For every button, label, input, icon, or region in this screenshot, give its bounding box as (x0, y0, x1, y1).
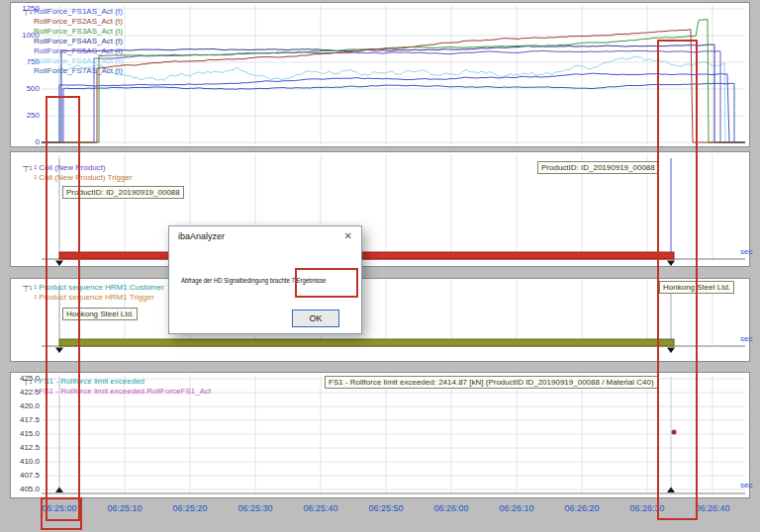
time-tick-label: 06:26:10 (499, 503, 533, 513)
legend-label: RollForce_FS6AS_Act (t) (34, 56, 123, 65)
signal-trace (42, 56, 745, 142)
signal-trace (42, 50, 745, 142)
customer-label-right[interactable]: Honkong Steel Ltd. (659, 281, 734, 294)
legend-item[interactable]: RollForce_FS4AS_Act (t) (34, 37, 123, 45)
message-dialog: ibaAnalyzer ✕ Abfrage der HD Signalbedin… (168, 225, 362, 334)
legend-item[interactable]: 1Coil (New Product) (34, 163, 105, 172)
legend-item[interactable]: 1FS1 - Rollforce limit exceeded (34, 377, 144, 386)
legend-label: Product sequence HRM1 Trigger (39, 293, 154, 302)
legend-item[interactable]: 1FS1 - Rollforce limit exceeded.RollForc… (34, 387, 211, 396)
y-tick-label: 417.5 (11, 415, 40, 425)
limit-exceeded-label[interactable]: FS1 - Rollforce limit exceeded: 2414.87 … (325, 376, 658, 389)
legend-signal-number: 1 (34, 294, 37, 300)
legend-item[interactable]: RollForce_FS6AS_Act (t) (34, 56, 123, 65)
channel-marker-icon: ┬₁ (23, 162, 32, 171)
ok-button[interactable]: OK (292, 310, 339, 327)
signal-trace (42, 73, 745, 142)
cursor-marker-icon (55, 348, 63, 354)
legend-label: RollForce_FS5AS_Act (t) (34, 46, 123, 55)
limit-exceeded-point (672, 430, 677, 435)
legend-item[interactable]: RollForce_FS7AS_Act (t) (34, 66, 123, 75)
legend-signal-number: 1 (34, 174, 37, 180)
trend-panel-rollforce[interactable]: ┬₁ 125010007505002500RollForce_FS1AS_Act… (10, 2, 750, 147)
coil-digital-bar (59, 252, 674, 259)
y-tick-label: 420.0 (11, 401, 40, 411)
time-tick-label: 06:25:00 (42, 503, 76, 513)
time-tick-label: 06:26:00 (433, 503, 468, 513)
legend-item[interactable]: RollForce_FS3AS_Act (t) (34, 27, 123, 36)
time-axis[interactable]: 06:25:0006:25:1006:25:2006:25:3006:25:40… (0, 498, 760, 532)
time-tick-label: 06:26:20 (564, 503, 599, 513)
customer-label-left[interactable]: Honkong Steel Ltd. (62, 308, 138, 320)
time-tick-label: 06:25:40 (303, 503, 337, 513)
legend-item[interactable]: RollForce_FS1AS_Act (t) (34, 7, 123, 16)
signal-trace (42, 44, 745, 142)
close-icon[interactable]: ✕ (344, 230, 352, 241)
signal-trace (42, 20, 745, 142)
dialog-message: Abfrage der HD Signalbedingung brachte 7… (181, 276, 326, 285)
legend-label: RollForce_FS1AS_Act (t) (34, 7, 123, 16)
legend-label: RollForce_FS3AS_Act (t) (34, 27, 123, 36)
cursor-marker-icon (55, 261, 63, 267)
y-tick-label: 410.0 (11, 457, 40, 467)
legend-item[interactable]: RollForce_FS5AS_Act (t) (34, 46, 123, 55)
legend-label: RollForce_FS2AS_Act (t) (34, 17, 123, 26)
cursor-marker-icon (667, 261, 675, 267)
axis-unit-label: sec (740, 334, 752, 343)
rollforce-chart-layer (42, 3, 745, 146)
y-tick-label: 415.0 (11, 429, 40, 439)
legend-signal-number: 1 (34, 164, 37, 170)
cursor-marker-icon (667, 348, 675, 354)
legend-item[interactable]: 1Coil (New Product) Trigger (34, 173, 133, 182)
time-tick-label: 06:26:30 (629, 503, 664, 513)
legend-item[interactable]: 1Product sequence HRM1 Trigger (34, 293, 154, 302)
y-tick-label: 0 (11, 137, 40, 147)
legend-label: FS1 - Rollforce limit exceeded.RollForce… (39, 387, 211, 396)
legend-label: Coil (New Product) Trigger (39, 173, 132, 182)
y-tick-label: 250 (11, 111, 40, 121)
time-tick-label: 06:25:10 (107, 503, 142, 513)
legend-label: Product sequence HRM1:Customer (39, 283, 163, 292)
legend-signal-number: 1 (34, 284, 37, 290)
dialog-titlebar[interactable]: ibaAnalyzer ✕ (169, 226, 361, 246)
legend-item[interactable]: 1Product sequence HRM1:Customer (34, 283, 164, 292)
time-tick-label: 06:26:40 (695, 503, 729, 513)
axis-unit-label: sec (740, 481, 752, 489)
y-tick-label: 412.5 (11, 443, 40, 453)
product-id-label-right[interactable]: ProductID: ID_20190919_00088 (537, 161, 659, 174)
trend-panel-limit-exceeded[interactable]: ┬₁ 425.0422.5420.0417.5415.0412.5410.040… (10, 372, 750, 498)
legend-signal-number: 1 (34, 388, 37, 394)
channel-marker-icon: ┬₁ (23, 282, 32, 291)
legend-signal-number: 1 (34, 378, 37, 384)
y-tick-label: 405.0 (11, 485, 40, 494)
time-tick-label: 06:25:30 (238, 503, 272, 513)
signal-trace (42, 83, 745, 142)
y-tick-label: 407.5 (11, 471, 40, 481)
dialog-title: ibaAnalyzer (178, 231, 225, 241)
ibaanalyzer-window: ┬₁ 125010007505002500RollForce_FS1AS_Act… (0, 0, 760, 532)
legend-label: Coil (New Product) (39, 163, 105, 172)
legend-label: RollForce_FS7AS_Act (t) (34, 66, 123, 75)
sequence-digital-bar (59, 339, 674, 346)
time-tick-label: 06:25:50 (368, 503, 403, 513)
legend-label: FS1 - Rollforce limit exceeded (39, 377, 144, 386)
legend-label: RollForce_FS4AS_Act (t) (34, 37, 123, 45)
axis-unit-label: sec (740, 247, 752, 256)
time-tick-label: 06:25:20 (172, 503, 207, 513)
legend-item[interactable]: RollForce_FS2AS_Act (t) (34, 17, 123, 26)
product-id-label-left[interactable]: ProductID: ID_20190919_00088 (62, 186, 184, 199)
y-tick-label: 500 (11, 84, 40, 94)
